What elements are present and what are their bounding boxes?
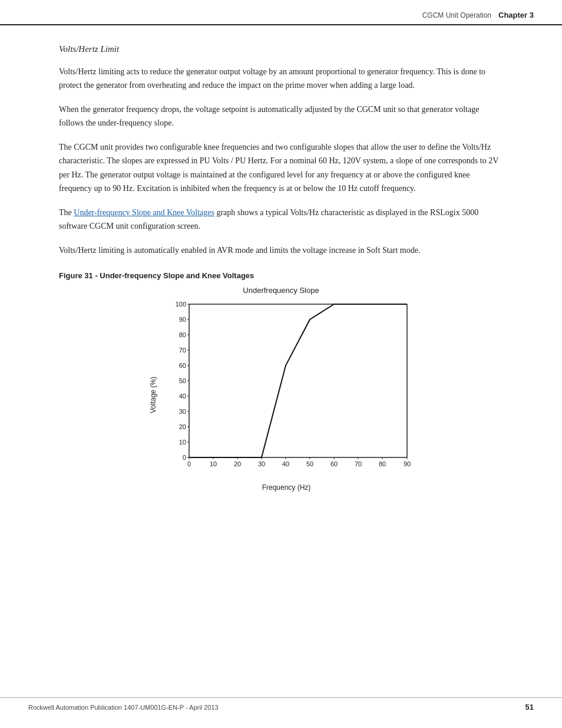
chart-svg: 0 10 20 30 40 50 bbox=[160, 298, 413, 481]
x-axis-label: Frequency (Hz) bbox=[160, 483, 413, 492]
chart-body: Voltage (%) 0 bbox=[149, 298, 413, 492]
svg-text:50: 50 bbox=[179, 377, 186, 384]
svg-text:10: 10 bbox=[210, 460, 217, 467]
header-chapter: Chapter 3 bbox=[498, 11, 534, 19]
chart-with-axes: 0 10 20 30 40 50 bbox=[160, 298, 413, 492]
page-content: Volts/Hertz Limit Volts/Hertz limiting a… bbox=[0, 25, 562, 536]
page: CGCM Unit Operation Chapter 3 Volts/Hert… bbox=[0, 0, 562, 728]
paragraph-1: Volts/Hertz limiting acts to reduce the … bbox=[59, 65, 503, 92]
svg-text:60: 60 bbox=[330, 460, 338, 467]
para-link-before: The bbox=[59, 208, 74, 217]
chart-line bbox=[189, 304, 407, 457]
chart-title: Underfrequency Slope bbox=[243, 286, 319, 295]
svg-text:90: 90 bbox=[179, 316, 186, 323]
svg-text:90: 90 bbox=[404, 460, 411, 467]
svg-text:20: 20 bbox=[234, 460, 241, 467]
svg-text:30: 30 bbox=[258, 460, 265, 467]
paragraph-3: The CGCM unit provides two configurable … bbox=[59, 140, 503, 195]
section-title: Volts/Hertz Limit bbox=[59, 44, 503, 54]
svg-text:50: 50 bbox=[306, 460, 313, 467]
page-footer: Rockwell Automation Publication 1407-UM0… bbox=[0, 697, 562, 711]
svg-text:0: 0 bbox=[187, 460, 191, 467]
figure-label: Figure 31 - Under-frequency Slope and Kn… bbox=[59, 271, 503, 280]
svg-text:40: 40 bbox=[179, 393, 186, 400]
svg-text:40: 40 bbox=[282, 460, 289, 467]
chart-container: Underfrequency Slope Voltage (%) bbox=[59, 286, 503, 492]
footer-publication: Rockwell Automation Publication 1407-UM0… bbox=[28, 704, 219, 711]
svg-text:70: 70 bbox=[355, 460, 362, 467]
svg-text:60: 60 bbox=[179, 362, 186, 369]
paragraph-link: The Under-frequency Slope and Knee Volta… bbox=[59, 206, 503, 233]
svg-text:80: 80 bbox=[179, 331, 186, 338]
y-axis-label: Voltage (%) bbox=[149, 298, 157, 492]
chart-outer: Underfrequency Slope Voltage (%) bbox=[149, 286, 413, 492]
paragraph-2: When the generator frequency drops, the … bbox=[59, 103, 503, 130]
svg-text:70: 70 bbox=[179, 347, 186, 354]
svg-text:80: 80 bbox=[379, 460, 386, 467]
svg-text:0: 0 bbox=[183, 454, 186, 461]
footer-page-number: 51 bbox=[525, 703, 534, 711]
svg-text:30: 30 bbox=[179, 408, 186, 415]
svg-text:100: 100 bbox=[176, 301, 186, 308]
under-frequency-link[interactable]: Under-frequency Slope and Knee Voltages bbox=[74, 208, 214, 217]
page-header: CGCM Unit Operation Chapter 3 bbox=[0, 0, 562, 25]
paragraph-4: Volts/Hertz limiting is automatically en… bbox=[59, 243, 503, 257]
svg-text:10: 10 bbox=[179, 439, 186, 446]
header-section-title: CGCM Unit Operation bbox=[422, 11, 491, 19]
svg-text:20: 20 bbox=[179, 423, 186, 430]
